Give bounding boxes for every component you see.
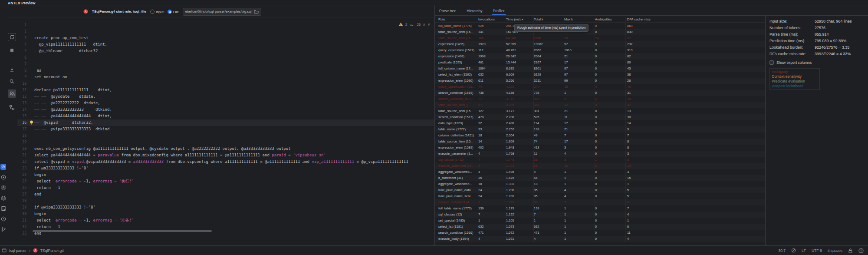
profiler-row[interactable]: search_condition (1519)7354.1587351031 <box>435 90 765 96</box>
profiler-row[interactable]: table_source_item (15...1273.17138121013 <box>435 108 765 114</box>
tab-hierarchy[interactable]: Hierarchy <box>467 6 482 15</box>
profiler-row[interactable]: table_source_item (15...141.959741708 <box>435 139 765 145</box>
tab-profiler[interactable]: Profiler <box>493 6 505 15</box>
play-circle-icon[interactable] <box>0 174 6 180</box>
profiler-row[interactable]: aggregate_windowed...41.4954103 <box>435 169 765 175</box>
error-circle-icon[interactable] <box>0 216 6 222</box>
hierarchy-icon[interactable] <box>8 103 16 112</box>
caret-position[interactable]: 30:7 <box>778 248 786 253</box>
profiler-row[interactable]: set_special (1485)11.1051101 <box>435 218 765 224</box>
profiler-row[interactable]: predicate (1525)46113.444292717080 <box>435 60 765 66</box>
layers-icon[interactable] <box>0 195 6 201</box>
unlock-icon[interactable] <box>848 248 853 253</box>
file-radio[interactable]: File <box>168 10 179 14</box>
profiler-row[interactable]: func_proc_name_data...241.29895405 <box>435 187 765 193</box>
profiler-row[interactable]: sql_clauses (12)71.1227104 <box>435 212 765 218</box>
save-icon[interactable] <box>8 65 16 73</box>
profiler-row[interactable]: expression (1495)197852.99910982970237 <box>435 41 765 47</box>
profiler-row[interactable]: aggregate_windowed...181.33118101 <box>435 181 765 187</box>
git-branch-icon[interactable] <box>0 226 6 232</box>
highlight-level-icon[interactable] <box>791 248 796 253</box>
notifications-icon[interactable] <box>858 248 864 253</box>
code-line[interactable]: 26 return -1 <box>17 185 434 191</box>
code-line[interactable]: 15—— —— @a444444444444444 dtint, <box>17 113 434 119</box>
code-line[interactable]: 7-- -- -- <box>17 61 434 67</box>
line-ending[interactable]: LF <box>802 248 806 253</box>
col-total-k[interactable]: Total k <box>534 17 564 22</box>
profiler-row[interactable]: execute_statement (41...51.7232810213 <box>435 163 765 169</box>
code-line[interactable]: 22select @vipid = vipid,@vipa33333333333… <box>17 159 434 165</box>
profiler-row[interactable]: search_condition (1516)4711.0724711011 <box>435 230 765 236</box>
code-line[interactable]: 20exec nb_com_getsysconfig @a11111111111… <box>17 146 434 152</box>
profiler-row[interactable]: expression_elem (1589)4021.948413308 <box>435 145 765 151</box>
profiler-row[interactable]: full_table_name (1775)925294.3220863 <box>435 23 765 29</box>
profiler-row[interactable]: execute_body (1394)41.0314104 <box>435 236 765 242</box>
profiler-row[interactable]: table_source_item (16...16664.8462146981… <box>435 35 765 41</box>
input-radio[interactable]: Input <box>150 10 164 14</box>
profiler-row[interactable]: data_type (1829)322.48811417014 <box>435 120 765 126</box>
code-line[interactable]: 10 <box>17 80 434 87</box>
profiler-row[interactable]: query_specification (15...744.2293401844… <box>435 84 765 90</box>
code-line[interactable]: 24begin <box>17 172 434 178</box>
code-line[interactable]: 29if @vipa333333333333 !='0' <box>17 204 434 211</box>
profiler-row[interactable]: table_name (1777)332.2521992109 <box>435 126 765 132</box>
profiler-row[interactable]: select_list (1581)6321.073632106 <box>435 224 765 230</box>
file-encoding[interactable]: UTF-8 <box>812 248 822 253</box>
code-line[interactable]: 19 <box>17 139 434 146</box>
code-line[interactable]: 3create proc up_com_test <box>17 35 434 41</box>
profiler-row[interactable]: search_condition_not (...713.7573298218 <box>435 96 765 102</box>
profiler-row[interactable]: table_source_item_j...613.39131112342 <box>435 102 765 108</box>
next-issue-icon[interactable]: ∨ <box>427 23 430 26</box>
indent-setting[interactable]: 4 spaces <box>828 248 842 253</box>
code-line[interactable]: 12—— —— @sysdate dtdate, <box>17 93 434 100</box>
code-line[interactable]: 23if @a333333333333 !='0' <box>17 165 434 172</box>
profiler-row[interactable]: sql_clause (1412)71.74838516 <box>435 157 765 163</box>
breadcrumb-project[interactable]: tsql-parser <box>9 248 26 253</box>
code-line[interactable]: 16—— @vipid dtchar32, <box>17 119 434 126</box>
col-ambiguities[interactable]: Ambiguities <box>595 17 626 22</box>
profiler-row[interactable]: expression_elem (1590)6115.266321199026 <box>435 78 765 84</box>
code-line[interactable]: 11declare @a1111111111111 dtint, <box>17 87 434 93</box>
code-line[interactable]: 27end <box>17 191 434 198</box>
code-line[interactable]: 14—— —— @a333333333333 dtkind, <box>17 106 434 113</box>
terminal-icon[interactable] <box>0 205 6 212</box>
code-line[interactable]: 28 <box>17 198 434 204</box>
code-line[interactable]: 9set nocount on <box>17 74 434 80</box>
search-icon[interactable] <box>8 77 16 86</box>
prev-issue-icon[interactable]: ∧ <box>423 23 425 26</box>
col-time[interactable]: Time (ms)▾ <box>506 17 534 22</box>
profiler-row[interactable]: search_condition (1517)4702.78652511030 <box>435 114 765 120</box>
code-editor[interactable]: 123create proc up_com_test4 @p_vipa11111… <box>17 17 434 235</box>
code-line[interactable]: 18 <box>17 132 434 139</box>
antlr-preview-icon[interactable] <box>0 164 6 170</box>
profiler-row[interactable]: full_table_name (1773)1391.179139107 <box>435 205 765 212</box>
code-line[interactable]: 17—— —— @vipa333333333333 dtkind <box>17 126 434 132</box>
horizontal-scrollbar[interactable] <box>33 230 212 232</box>
profiler-row[interactable]: func_proc_name_serv...241.28995405 <box>435 193 765 199</box>
code-line[interactable]: 2 <box>17 28 434 35</box>
window-icon[interactable] <box>2 248 7 253</box>
folder-icon[interactable] <box>254 10 259 14</box>
breadcrumb-file[interactable]: TSqlParser.g4 <box>40 248 64 253</box>
profiler-row[interactable]: column_definition (1421)182.06449707 <box>435 132 765 139</box>
stop-icon[interactable] <box>8 46 16 54</box>
code-line[interactable]: 6 <box>17 54 434 61</box>
code-line[interactable]: 4 @p_vipa1111111111111 dtint, <box>17 41 434 48</box>
col-dfa-cache-miss[interactable]: DFA cache miss <box>626 17 765 22</box>
code-line[interactable]: 30begin <box>17 211 434 217</box>
tab-parse-tree[interactable]: Parse tree <box>439 6 456 15</box>
intention-bulb-icon[interactable] <box>29 119 34 126</box>
profiler-row[interactable]: query_expression (1527)11748.76120621910… <box>435 47 765 53</box>
code-line[interactable]: 25 select errorcode = -1, errormsg = '执行… <box>17 178 434 185</box>
profiler-row[interactable]: select_list_elem (1592)6326.669612997038 <box>435 72 765 78</box>
profiler-row[interactable]: declare_statement (4...61.22233716 <box>435 199 765 205</box>
profiler-row[interactable]: table_source_item (16...141167.9830830 <box>435 29 765 35</box>
file-path-field[interactable]: ebelice/Github/tsql-parser/examples/big.… <box>183 8 261 16</box>
code-line[interactable]: 13—— —— @a2222222222 dtdate, <box>17 100 434 106</box>
col-rule[interactable]: Rule <box>438 17 478 22</box>
code-line[interactable]: 21select @a444444444444444 = paravalue f… <box>17 152 434 159</box>
profiler-row[interactable]: if_statement (31)351.476441015 <box>435 175 765 181</box>
code-line[interactable]: 31 select errorcode = -1, errormsg = '准备… <box>17 217 434 224</box>
code-line[interactable]: 32 return -1 <box>17 224 434 230</box>
profiler-row[interactable]: full_column_name (17...10948.63583019704… <box>435 66 765 72</box>
